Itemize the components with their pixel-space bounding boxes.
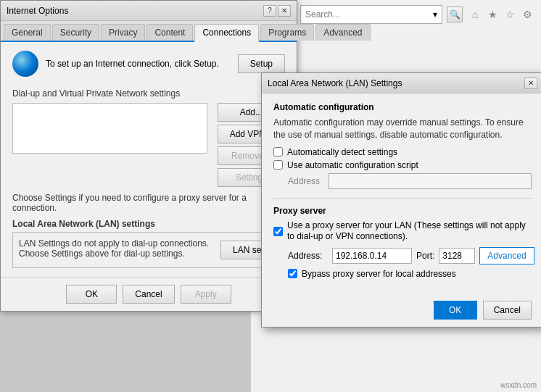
search-dropdown-icon: ▾ (433, 9, 437, 20)
favorite-icons: ⌂ ★ ☆ ⚙ (467, 7, 535, 22)
tab-content[interactable]: Content (146, 24, 193, 41)
cancel-button[interactable]: Cancel (123, 285, 174, 304)
bypass-row: Bypass proxy server for local addresses (288, 269, 532, 279)
search-button[interactable]: 🔍 (447, 7, 463, 22)
titlebar-buttons: ? ✕ (263, 5, 291, 17)
home-icon[interactable]: ⌂ (467, 7, 483, 22)
auto-detect-row: Automatically detect settings (273, 147, 532, 157)
internet-options-title: Internet Options (7, 6, 68, 16)
add-favorites-icon[interactable]: ☆ (502, 7, 518, 22)
setup-text: To set up an Internet connection, click … (46, 59, 231, 69)
address-field-label: Address (288, 176, 324, 186)
proxy-use-checkbox[interactable] (273, 227, 283, 236)
tab-security[interactable]: Security (52, 24, 99, 41)
search-input[interactable] (305, 9, 433, 20)
internet-options-titlebar: Internet Options ? ✕ (1, 1, 297, 21)
lan-desc: LAN Settings do not apply to dial-up con… (19, 238, 215, 262)
proxy-use-row: Use a proxy server for your LAN (These s… (273, 220, 532, 243)
bypass-checkbox[interactable] (288, 269, 297, 278)
lan-dialog-content: Automatic configuration Automatic config… (262, 93, 541, 293)
divider (273, 198, 532, 199)
help-button[interactable]: ? (263, 5, 276, 17)
vpn-list (12, 103, 207, 154)
lan-cancel-button[interactable]: Cancel (483, 301, 532, 320)
close-button[interactable]: ✕ (278, 5, 291, 17)
proxy-section: Proxy server Use a proxy server for your… (273, 206, 532, 279)
tabs-row: General Security Privacy Content Connect… (1, 21, 297, 42)
settings-icon[interactable]: ⚙ (519, 7, 535, 22)
tab-connections[interactable]: Connections (194, 24, 259, 42)
tab-privacy[interactable]: Privacy (101, 24, 145, 41)
auto-config-section: Automatic configuration Automatic config… (273, 102, 532, 189)
lan-dialog-bottom: OK Cancel (262, 293, 541, 327)
proxy-port-input[interactable] (439, 248, 475, 264)
tab-general[interactable]: General (4, 24, 51, 41)
auto-config-desc: Automatic configuration may override man… (273, 117, 532, 141)
lan-settings-dialog: Local Area Network (LAN) Settings ✕ Auto… (261, 72, 541, 328)
setup-button[interactable]: Setup (238, 54, 285, 73)
lan-section: Local Area Network (LAN) settings LAN Se… (12, 219, 285, 268)
dialog-bottom: OK Cancel Apply (1, 277, 297, 311)
lan-settings-title: Local Area Network (LAN) Settings (268, 78, 402, 88)
tab-programs[interactable]: Programs (260, 24, 314, 41)
proxy-address-label: Address: (288, 251, 328, 261)
lan-ok-button[interactable]: OK (434, 301, 477, 320)
address-field[interactable] (329, 173, 532, 189)
favorites-star-icon[interactable]: ★ (484, 7, 500, 22)
connections-content: To set up an Internet connection, click … (1, 42, 297, 277)
lan-section-box: LAN Settings do not apply to dial-up con… (12, 232, 285, 268)
lan-close-button[interactable]: ✕ (524, 78, 537, 89)
bypass-label: Bypass proxy server for local addresses (302, 269, 456, 279)
tab-advanced[interactable]: Advanced (315, 24, 370, 41)
auto-script-checkbox[interactable] (273, 160, 283, 170)
search-box: ▾ (300, 5, 442, 24)
proxy-port-label: Port: (416, 251, 434, 261)
lan-settings-titlebar: Local Area Network (LAN) Settings ✕ (262, 73, 541, 93)
auto-detect-checkbox[interactable] (273, 147, 283, 157)
proxy-address-row: Address: Port: Advanced (288, 247, 532, 264)
auto-detect-label: Automatically detect settings (287, 147, 397, 157)
internet-options-dialog: Internet Options ? ✕ General Security Pr… (0, 0, 297, 312)
auto-config-heading: Automatic configuration (273, 102, 532, 112)
auto-script-row: Use automatic configuration script (273, 160, 532, 170)
setup-section: To set up an Internet connection, click … (12, 51, 285, 77)
watermark: wsxdn.com (500, 381, 537, 389)
auto-script-label: Use automatic configuration script (287, 160, 418, 170)
proxy-address-input[interactable] (332, 248, 412, 264)
vpn-section: Add... Add VPN... Remove... Settings (12, 103, 285, 187)
apply-button[interactable]: Apply (181, 285, 231, 304)
globe-icon (12, 51, 38, 77)
address-row: Address (288, 173, 532, 189)
vpn-section-label: Dial-up and Virtual Private Network sett… (12, 88, 285, 99)
proxy-heading: Proxy server (273, 206, 532, 216)
lan-section-title: Local Area Network (LAN) settings (12, 219, 285, 229)
proxy-use-label: Use a proxy server for your LAN (These s… (287, 220, 532, 243)
advanced-button[interactable]: Advanced (479, 247, 534, 264)
proxy-desc: Choose Settings if you need to configure… (12, 193, 285, 213)
ok-button[interactable]: OK (66, 285, 117, 304)
